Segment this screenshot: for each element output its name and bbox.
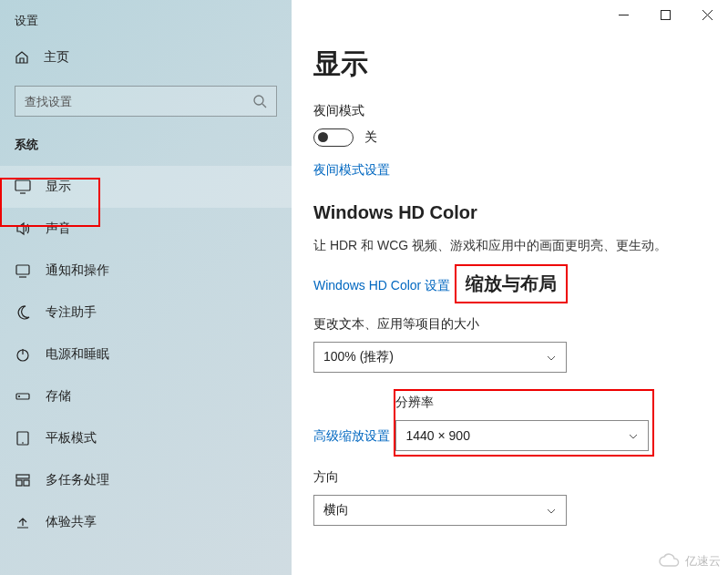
storage-icon (15, 388, 31, 405)
nav-item-focus[interactable]: 专注助手 (0, 292, 292, 334)
resolution-label: 分辨率 (395, 395, 649, 411)
share-icon (15, 514, 31, 530)
svg-point-5 (19, 396, 20, 397)
watermark: 亿速云 (658, 553, 721, 570)
svg-rect-1 (15, 180, 30, 190)
svg-rect-7 (16, 475, 29, 478)
advanced-scale-link[interactable]: 高级缩放设置 (313, 428, 390, 445)
scale-dropdown[interactable]: 100% (推荐) (313, 342, 567, 373)
orientation-dropdown[interactable]: 横向 (313, 495, 567, 526)
home-button[interactable]: 主页 (0, 36, 292, 78)
tablet-icon (15, 430, 31, 447)
night-mode-state: 关 (364, 129, 377, 146)
nav-item-tablet[interactable]: 平板模式 (0, 417, 292, 459)
hd-color-settings-link[interactable]: Windows HD Color 设置 (313, 278, 450, 294)
hd-color-title: Windows HD Color (313, 202, 728, 223)
nav-item-storage[interactable]: 存储 (0, 375, 292, 417)
moon-icon (15, 304, 31, 321)
chevron-down-icon (628, 430, 639, 441)
orientation-label: 方向 (313, 469, 728, 486)
section-label: 系统 (0, 129, 292, 160)
home-label: 主页 (44, 49, 69, 66)
chevron-down-icon (546, 505, 557, 516)
sidebar: 设置 主页 系统 显示 声音 通知和操作 专注助手 电源和睡 (0, 0, 292, 575)
nav-item-power[interactable]: 电源和睡眠 (0, 334, 292, 375)
notification-icon (15, 262, 31, 279)
app-title: 设置 (0, 0, 292, 36)
minimize-button[interactable] (602, 0, 644, 29)
search-icon (252, 94, 267, 108)
nav-item-notifications[interactable]: 通知和操作 (0, 250, 292, 292)
night-mode-toggle[interactable] (313, 128, 354, 147)
svg-rect-8 (16, 480, 22, 486)
maximize-button[interactable] (644, 0, 686, 29)
svg-rect-10 (661, 10, 670, 19)
nav-list: 显示 声音 通知和操作 专注助手 电源和睡眠 存储 平板模式 多任务处理 (0, 166, 292, 543)
nav-item-multitask[interactable]: 多任务处理 (0, 459, 292, 501)
multitask-icon (15, 472, 31, 488)
power-icon (15, 346, 31, 363)
nav-item-display[interactable]: 显示 (0, 166, 292, 208)
main-content: 显示 夜间模式 关 夜间模式设置 Windows HD Color 让 HDR … (292, 0, 728, 575)
search-input[interactable] (25, 95, 252, 108)
nav-item-share[interactable]: 体验共享 (0, 501, 292, 543)
svg-rect-2 (16, 265, 29, 274)
svg-rect-9 (24, 480, 29, 486)
home-icon (15, 50, 29, 65)
window-controls (602, 0, 728, 29)
close-button[interactable] (686, 0, 728, 29)
search-box[interactable] (15, 86, 277, 117)
monitor-icon (15, 179, 31, 195)
chevron-down-icon (546, 352, 557, 363)
night-mode-label: 夜间模式 (313, 103, 728, 119)
sound-icon (15, 221, 31, 237)
scale-label: 更改文本、应用等项目的大小 (313, 316, 728, 333)
resolution-dropdown[interactable]: 1440 × 900 (395, 420, 649, 451)
hd-color-desc: 让 HDR 和 WCG 视频、游戏和应用中的画面更明亮、更生动。 (313, 236, 728, 255)
page-title: 显示 (313, 46, 728, 83)
highlight-box-resolution: 分辨率 1440 × 900 (394, 389, 654, 457)
cloud-icon (658, 553, 682, 570)
highlight-box-scale: 缩放与布局 (455, 264, 568, 303)
nav-item-sound[interactable]: 声音 (0, 208, 292, 250)
scale-title: 缩放与布局 (466, 272, 557, 296)
night-mode-settings-link[interactable]: 夜间模式设置 (313, 162, 390, 179)
svg-point-0 (254, 96, 263, 105)
